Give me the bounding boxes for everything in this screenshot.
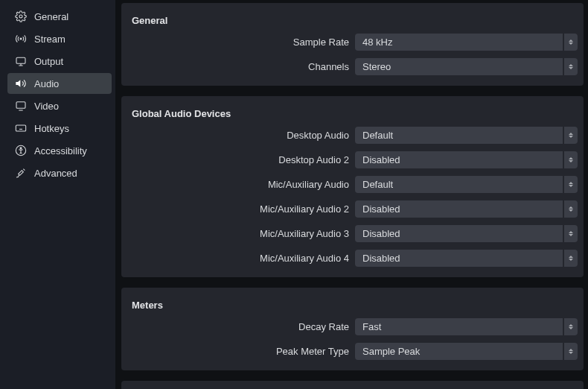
sidebar-item-accessibility[interactable]: Accessibility <box>7 140 112 161</box>
svg-rect-2 <box>16 57 25 63</box>
chevron-up-down-icon <box>564 343 578 360</box>
section-title: Meters <box>127 297 578 318</box>
select-value: Fast <box>355 318 563 335</box>
sidebar-item-label: General <box>34 11 68 22</box>
chevron-up-down-icon <box>564 318 578 335</box>
mic-aux-label: Mic/Auxiliary Audio <box>127 179 355 190</box>
svg-marker-3 <box>16 80 20 86</box>
select-value: Disabled <box>355 250 563 267</box>
mic-aux-4-select[interactable]: Disabled <box>355 250 578 267</box>
chevron-up-down-icon <box>564 200 578 218</box>
sidebar-item-output[interactable]: Output <box>7 51 112 72</box>
chevron-up-down-icon <box>564 176 578 193</box>
chevron-up-down-icon <box>564 151 578 168</box>
select-value: Default <box>355 127 563 144</box>
select-value: 48 kHz <box>355 34 563 51</box>
gear-icon <box>15 10 27 22</box>
monitor-icon <box>15 100 27 112</box>
section-title: Global Audio Devices <box>127 105 578 127</box>
sample-rate-label: Sample Rate <box>127 37 355 48</box>
channels-label: Channels <box>127 61 355 72</box>
mic-aux-2-label: Mic/Auxiliary Audio 2 <box>127 203 355 215</box>
sidebar-item-stream[interactable]: Stream <box>7 28 112 49</box>
mic-aux-2-select[interactable]: Disabled <box>355 200 578 218</box>
select-value: Default <box>355 176 563 193</box>
keyboard-icon <box>15 122 27 134</box>
section-title: General <box>127 12 578 34</box>
mic-aux-select[interactable]: Default <box>355 176 578 193</box>
svg-rect-5 <box>16 125 25 131</box>
sample-rate-select[interactable]: 48 kHz <box>355 34 578 51</box>
main-content: General Sample Rate 48 kHz Channels Ster… <box>115 0 588 389</box>
mic-aux-4-label: Mic/Auxiliary Audio 4 <box>127 253 355 264</box>
desktop-audio-2-select[interactable]: Disabled <box>355 151 578 168</box>
sidebar-item-general[interactable]: General <box>7 6 112 27</box>
sidebar-item-label: Output <box>34 56 63 67</box>
sidebar-item-label: Accessibility <box>34 145 87 156</box>
tools-icon <box>15 167 27 179</box>
sidebar-item-advanced[interactable]: Advanced <box>7 162 112 183</box>
decay-rate-label: Decay Rate <box>127 321 355 332</box>
peak-meter-type-select[interactable]: Sample Peak <box>355 343 578 360</box>
desktop-audio-2-label: Desktop Audio 2 <box>127 154 355 165</box>
svg-rect-4 <box>16 102 25 109</box>
peak-meter-type-label: Peak Meter Type <box>127 346 355 357</box>
mic-aux-3-label: Mic/Auxiliary Audio 3 <box>127 228 355 239</box>
desktop-audio-select[interactable]: Default <box>355 127 578 144</box>
svg-point-7 <box>20 148 22 149</box>
decay-rate-select[interactable]: Fast <box>355 318 578 335</box>
antenna-icon <box>15 33 27 45</box>
chevron-up-down-icon <box>564 225 578 242</box>
sidebar-item-label: Stream <box>34 34 65 45</box>
chevron-up-down-icon <box>564 34 578 51</box>
speaker-icon <box>15 78 27 89</box>
mic-aux-3-select[interactable]: Disabled <box>355 225 578 242</box>
accessibility-icon <box>15 145 27 156</box>
sidebar-item-label: Hotkeys <box>34 123 69 134</box>
sidebar-item-label: Video <box>34 101 59 112</box>
chevron-up-down-icon <box>564 250 578 267</box>
section-advanced: Advanced <box>121 381 584 389</box>
section-global-audio-devices: Global Audio Devices Desktop Audio Defau… <box>121 96 584 277</box>
chevron-up-down-icon <box>564 127 578 144</box>
output-icon <box>15 55 27 67</box>
sidebar-item-video[interactable]: Video <box>7 95 112 116</box>
sidebar-item-hotkeys[interactable]: Hotkeys <box>7 118 112 139</box>
select-value: Disabled <box>355 200 563 218</box>
svg-point-1 <box>20 38 22 39</box>
select-value: Disabled <box>355 151 563 168</box>
section-meters: Meters Decay Rate Fast Peak Meter Type S… <box>121 288 584 370</box>
sidebar: General Stream Output Audio Video Hotkey… <box>0 0 115 389</box>
select-value: Stereo <box>355 58 563 75</box>
sidebar-item-audio[interactable]: Audio <box>7 73 112 94</box>
sidebar-item-label: Audio <box>34 78 59 89</box>
section-general: General Sample Rate 48 kHz Channels Ster… <box>121 3 584 86</box>
sidebar-item-label: Advanced <box>34 168 77 179</box>
channels-select[interactable]: Stereo <box>355 58 578 75</box>
chevron-up-down-icon <box>564 58 578 75</box>
svg-point-0 <box>19 15 22 18</box>
desktop-audio-label: Desktop Audio <box>127 130 355 141</box>
select-value: Sample Peak <box>355 343 563 360</box>
select-value: Disabled <box>355 225 563 242</box>
